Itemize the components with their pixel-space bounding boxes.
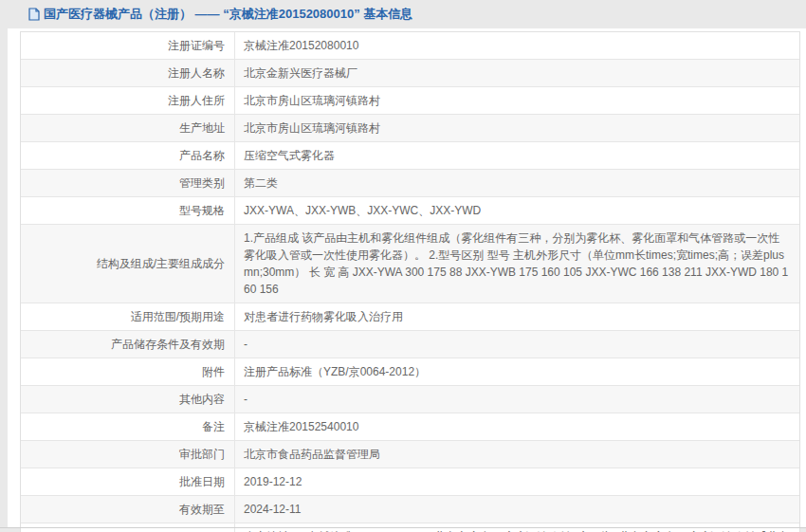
row-value-text: 北京市房山区琉璃河镇路村 [244, 119, 790, 137]
table-row: 管理类别 第二类 [21, 170, 799, 197]
row-label: 备注 [21, 413, 235, 440]
table-row: 生产地址 北京市房山区琉璃河镇路村 [21, 115, 799, 142]
page-title: 国产医疗器械产品（注册） —— “京械注准20152080010” 基本信息 [28, 6, 412, 23]
row-value: 北京市房山区琉璃河镇路村 [235, 115, 799, 141]
table-row: 注册人名称 北京金新兴医疗器械厂 [21, 60, 799, 87]
row-value-text: 1.产品组成 该产品由主机和雾化组件组成（雾化组件有三种，分别为雾化杯、雾化面罩… [244, 229, 790, 298]
row-value: 1.产品组成 该产品由主机和雾化组件组成（雾化组件有三种，分别为雾化杯、雾化面罩… [235, 225, 799, 303]
row-label: 注册人名称 [21, 60, 235, 86]
document-icon [28, 8, 40, 21]
row-value-text: 压缩空气式雾化器 [244, 147, 790, 164]
row-value-text: 注册产品标准（YZB/京0064-2012） [244, 363, 790, 380]
table-row: 其他内容 - [21, 386, 799, 413]
row-label: 其他内容 [21, 386, 235, 413]
row-label: 适用范围/预期用途 [21, 303, 235, 330]
row-value-text: 京械注准20152540010 [244, 418, 790, 435]
row-value-text: 第二类 [244, 174, 790, 192]
row-value: 北京市食品药品监督管理局 [235, 441, 799, 468]
table-row: 产品名称 压缩空气式雾化器 [21, 142, 799, 170]
row-value-text: 生产地址： “京械注准20152080010：北京市房山区琉璃河镇路村” 变更为… [244, 528, 790, 532]
row-value-text: JXX-YWA、JXX-YWB、JXX-YWC、JXX-YWD [244, 202, 790, 219]
row-value: 京械注准20152540010 [235, 413, 799, 440]
table-row: 注册人住所 北京市房山区琉璃河镇路村 [21, 87, 799, 115]
row-value: 对患者进行药物雾化吸入治疗用 [235, 303, 799, 330]
row-value-text: 北京市房山区琉璃河镇路村 [244, 92, 790, 109]
row-label: 附件 [21, 358, 235, 385]
table-row: 备注 京械注准20152540010 [21, 413, 799, 441]
row-value: 第二类 [235, 170, 799, 196]
row-value: - [235, 331, 799, 358]
row-value: 北京市房山区琉璃河镇路村 [235, 87, 799, 114]
content-panel: 注册证编号 京械注准20152080010 注册人名称 北京金新兴医疗器械厂 注… [8, 28, 806, 527]
row-label: 注册证编号 [21, 32, 235, 59]
row-value-text: 2019-12-12 [244, 473, 790, 490]
row-value-text: 北京金新兴医疗器械厂 [244, 64, 790, 82]
table-row: 注册证编号 京械注准20152080010 [21, 32, 799, 60]
row-label: 注册人住所 [21, 87, 235, 114]
row-value-text: 2024-12-11 [244, 501, 790, 518]
row-value: 京械注准20152080010 [235, 32, 799, 59]
row-label: 型号规格 [21, 197, 235, 224]
row-value-text: 对患者进行药物雾化吸入治疗用 [244, 308, 790, 325]
table-row: 批准日期 2019-12-12 [21, 468, 799, 496]
row-value: 注册产品标准（YZB/京0064-2012） [235, 358, 799, 385]
table-row: 有效期至 2024-12-11 [21, 496, 799, 523]
row-value: 压缩空气式雾化器 [235, 142, 799, 169]
row-label: 生产地址 [21, 115, 235, 141]
row-label: 产品名称 [21, 142, 235, 169]
row-label: 审批部门 [21, 441, 235, 468]
row-label: 批准日期 [21, 468, 235, 495]
page-title-text: 国产医疗器械产品（注册） —— “京械注准20152080010” 基本信息 [44, 6, 412, 23]
table-row: 审批部门 北京市食品药品监督管理局 [21, 441, 799, 468]
row-label: 产品储存条件及有效期 [21, 331, 235, 358]
row-label: 结构及组成/主要组成成分 [21, 225, 235, 303]
table-row: 型号规格 JXX-YWA、JXX-YWB、JXX-YWC、JXX-YWD [21, 197, 799, 225]
table-row: 结构及组成/主要组成成分 1.产品组成 该产品由主机和雾化组件组成（雾化组件有三… [21, 225, 799, 303]
row-value-text: 北京市食品药品监督管理局 [244, 446, 790, 463]
registration-info-table: 注册证编号 京械注准20152080010 注册人名称 北京金新兴医疗器械厂 注… [20, 31, 800, 532]
row-value: 2024-12-11 [235, 496, 799, 523]
row-value-text: - [244, 336, 790, 353]
row-value: 北京金新兴医疗器械厂 [235, 60, 799, 86]
row-value: JXX-YWA、JXX-YWB、JXX-YWC、JXX-YWD [235, 197, 799, 224]
page-header: 国产医疗器械产品（注册） —— “京械注准20152080010” 基本信息 [0, 0, 806, 28]
bottom-divider [0, 527, 806, 528]
table-row: 产品储存条件及有效期 - [21, 331, 799, 358]
row-value: - [235, 386, 799, 413]
row-value-text: - [244, 391, 790, 408]
row-value: 2019-12-12 [235, 468, 799, 495]
row-label: 管理类别 [21, 170, 235, 196]
table-row: 附件 注册产品标准（YZB/京0064-2012） [21, 358, 799, 386]
table-row: 适用范围/预期用途 对患者进行药物雾化吸入治疗用 [21, 303, 799, 331]
row-value-text: 京械注准20152080010 [244, 37, 790, 54]
row-label: 有效期至 [21, 496, 235, 523]
